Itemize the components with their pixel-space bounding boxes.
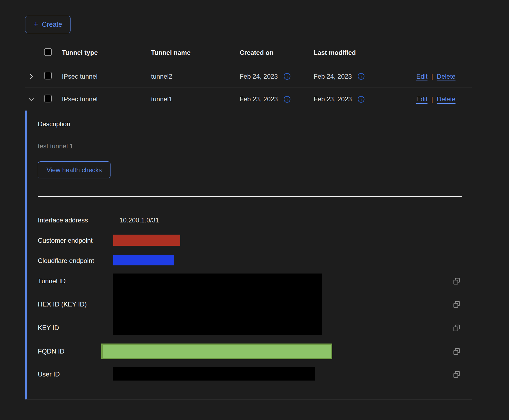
- info-icon[interactable]: [283, 96, 291, 103]
- cloudflare-endpoint-label: Cloudflare endpoint: [38, 257, 94, 265]
- tunnel-id-label: Tunnel ID: [38, 277, 66, 285]
- customer-endpoint-redacted-value: [113, 235, 180, 246]
- copy-tunnel-id-button[interactable]: [452, 276, 461, 286]
- customer-endpoint-label: Customer endpoint: [38, 237, 93, 244]
- edit-link[interactable]: Edit: [416, 95, 427, 103]
- user-id-label: User ID: [38, 371, 60, 378]
- expanded-row-panel: Description test tunnel 1 View health ch…: [25, 111, 472, 399]
- delete-link[interactable]: Delete: [437, 95, 456, 103]
- key-id-label: KEY ID: [38, 324, 59, 332]
- chevron-right-icon: [28, 73, 35, 80]
- copy-icon: [452, 300, 461, 309]
- table-row: IPsec tunnel tunnel2 Feb 24, 2023 Feb 24…: [25, 65, 472, 88]
- info-icon[interactable]: [357, 73, 365, 80]
- interface-address-value: 10.200.1.0/31: [119, 216, 159, 224]
- user-id-redacted-value: [113, 367, 315, 381]
- create-button-label: Create: [42, 21, 62, 28]
- actions-separator: |: [431, 95, 433, 103]
- copy-user-id-button[interactable]: [452, 370, 461, 379]
- fqdn-id-label: FQDN ID: [38, 348, 65, 355]
- expand-row-button[interactable]: [28, 73, 35, 80]
- select-all-checkbox[interactable]: [44, 48, 52, 56]
- copy-icon: [452, 324, 461, 332]
- cell-tunnel-type: IPsec tunnel: [62, 73, 151, 80]
- header-tunnel-name: Tunnel name: [151, 49, 240, 56]
- delete-link[interactable]: Delete: [437, 73, 456, 80]
- row-checkbox[interactable]: [44, 95, 52, 102]
- fqdn-id-redacted-value: [101, 344, 332, 359]
- cloudflare-endpoint-redacted-value: [113, 255, 174, 265]
- row-checkbox[interactable]: [44, 72, 52, 79]
- header-created-on: Created on: [240, 49, 314, 56]
- panel-divider: [38, 196, 462, 197]
- cell-created-on: Feb 24, 2023: [240, 73, 278, 80]
- plus-icon: +: [34, 20, 38, 28]
- cell-last-modified: Feb 23, 2023: [314, 95, 352, 103]
- description-value: test tunnel 1: [38, 142, 73, 150]
- copy-icon: [452, 347, 461, 356]
- copy-hex-id-button[interactable]: [452, 300, 461, 309]
- tunnels-table: Tunnel type Tunnel name Created on Last …: [25, 41, 472, 111]
- header-last-modified: Last modified: [314, 49, 416, 56]
- table-header-row: Tunnel type Tunnel name Created on Last …: [25, 41, 472, 65]
- cell-last-modified: Feb 24, 2023: [314, 73, 352, 80]
- edit-link[interactable]: Edit: [416, 73, 427, 80]
- cell-created-on: Feb 23, 2023: [240, 95, 278, 103]
- copy-icon: [452, 277, 461, 286]
- collapse-row-button[interactable]: [28, 96, 35, 103]
- info-icon[interactable]: [357, 96, 365, 103]
- view-health-checks-button[interactable]: View health checks: [38, 161, 110, 178]
- cell-tunnel-name: tunnel1: [151, 95, 240, 103]
- ids-redacted-value: [113, 274, 322, 335]
- hex-id-label: HEX ID (KEY ID): [38, 301, 87, 308]
- interface-address-label: Interface address: [38, 216, 88, 224]
- copy-key-id-button[interactable]: [452, 323, 461, 333]
- table-row: IPsec tunnel tunnel1 Feb 23, 2023 Feb 23…: [25, 88, 472, 111]
- info-icon[interactable]: [283, 73, 291, 80]
- header-tunnel-type: Tunnel type: [62, 49, 151, 56]
- cell-tunnel-type: IPsec tunnel: [62, 95, 151, 103]
- create-button[interactable]: + Create: [25, 16, 71, 33]
- actions-separator: |: [431, 73, 433, 80]
- tunnels-page: + Create Tunnel type Tunnel name Created…: [0, 0, 509, 420]
- copy-fqdn-id-button[interactable]: [452, 347, 461, 356]
- description-label: Description: [38, 120, 70, 128]
- chevron-down-icon: [28, 96, 35, 103]
- copy-icon: [452, 370, 461, 379]
- cell-tunnel-name: tunnel2: [151, 73, 240, 80]
